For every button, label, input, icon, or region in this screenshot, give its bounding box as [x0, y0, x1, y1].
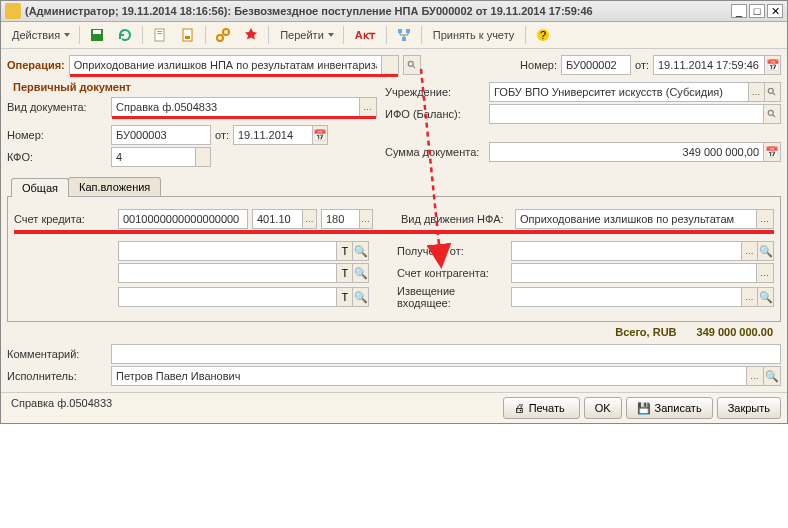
t-icon-1[interactable]: T	[336, 242, 352, 260]
executor-lookup-icon[interactable]: 🔍	[763, 367, 780, 385]
doc-type-more-icon[interactable]: …	[359, 98, 376, 116]
calendar-icon[interactable]: 📅	[764, 56, 780, 74]
close-button-bottom[interactable]: Закрыть	[717, 397, 781, 419]
prim-number-field[interactable]	[111, 125, 211, 145]
credit-code-field[interactable]	[118, 209, 248, 229]
prim-date-field[interactable]: 📅	[233, 125, 328, 145]
svg-rect-1	[93, 30, 101, 34]
actions-menu[interactable]: Действия	[5, 24, 75, 46]
ifo-lookup-icon[interactable]	[763, 105, 780, 123]
received-lookup-icon[interactable]: 🔍	[757, 242, 773, 260]
executor-more-icon[interactable]: …	[746, 367, 763, 385]
goto-menu[interactable]: Перейти	[273, 24, 339, 46]
credit-sub-more-icon[interactable]: …	[359, 210, 372, 228]
tab-general[interactable]: Общая	[11, 178, 69, 197]
minimize-button[interactable]: _	[731, 4, 747, 18]
tool-refresh-icon[interactable]	[112, 24, 138, 46]
sum-input[interactable]	[490, 146, 763, 158]
tool-help-icon[interactable]: ?	[530, 24, 556, 46]
tool-doc1-icon[interactable]	[147, 24, 173, 46]
extra-input-2[interactable]	[119, 267, 336, 279]
prim-date-input[interactable]	[234, 129, 312, 141]
extra-field-1[interactable]: T🔍	[118, 241, 369, 261]
received-input[interactable]	[512, 245, 741, 257]
t-icon-3[interactable]: T	[336, 288, 352, 306]
tool-doc2-icon[interactable]	[175, 24, 201, 46]
executor-input[interactable]	[112, 370, 746, 382]
counter-field[interactable]: …	[511, 263, 774, 283]
doc-type-input[interactable]	[112, 101, 359, 113]
received-more-icon[interactable]: …	[741, 242, 757, 260]
notice-field[interactable]: …🔍	[511, 287, 774, 307]
operation-label: Операция:	[7, 59, 65, 71]
print-button[interactable]: 🖨Печать	[503, 397, 580, 419]
akt-button[interactable]: Аᴋᴛ	[348, 24, 382, 46]
prim-number-input[interactable]	[112, 129, 210, 141]
tool-save-icon[interactable]	[84, 24, 110, 46]
extra-field-3[interactable]: T🔍	[118, 287, 369, 307]
operation-field[interactable]	[69, 55, 399, 75]
credit-acc-more-icon[interactable]: …	[302, 210, 316, 228]
credit-sub-input[interactable]	[322, 213, 359, 225]
prim-calendar-icon[interactable]: 📅	[312, 126, 327, 144]
credit-acc-input[interactable]	[253, 213, 302, 225]
svg-rect-9	[398, 29, 402, 33]
doc-number-field[interactable]	[561, 55, 631, 75]
extra2-lookup-icon[interactable]: 🔍	[352, 264, 368, 282]
org-input[interactable]	[490, 86, 748, 98]
credit-sub-field[interactable]: …	[321, 209, 373, 229]
kfo-dropdown-icon[interactable]	[195, 148, 210, 166]
t-icon-2[interactable]: T	[336, 264, 352, 282]
doc-number-input[interactable]	[562, 59, 630, 71]
org-field[interactable]: …	[489, 82, 781, 102]
operation-lookup-icon[interactable]	[403, 55, 421, 75]
credit-acc-field[interactable]: …	[252, 209, 317, 229]
extra-input-1[interactable]	[119, 245, 336, 257]
comment-field[interactable]	[111, 344, 781, 364]
extra1-lookup-icon[interactable]: 🔍	[352, 242, 368, 260]
tool-link-icon[interactable]	[210, 24, 236, 46]
extra-field-2[interactable]: T🔍	[118, 263, 369, 283]
operation-input[interactable]	[70, 59, 381, 71]
nfa-more-icon[interactable]: …	[756, 210, 773, 228]
notice-more-icon[interactable]: …	[741, 288, 757, 306]
extra-input-3[interactable]	[119, 291, 336, 303]
tab-capital[interactable]: Кап.вложения	[68, 177, 161, 196]
maximize-button[interactable]: □	[749, 4, 765, 18]
save-button[interactable]: 💾Записать	[626, 397, 713, 419]
org-lookup-icon[interactable]	[764, 83, 780, 101]
ifo-input[interactable]	[490, 108, 763, 120]
svg-text:?: ?	[540, 29, 546, 41]
counter-input[interactable]	[512, 267, 756, 279]
notice-lookup-icon[interactable]: 🔍	[757, 288, 773, 306]
kfo-input[interactable]	[112, 151, 195, 163]
executor-field[interactable]: …🔍	[111, 366, 781, 386]
accept-button[interactable]: Принять к учету	[426, 24, 522, 46]
tool-star-icon[interactable]	[238, 24, 264, 46]
nfa-input[interactable]	[516, 213, 756, 225]
ok-button[interactable]: OK	[584, 397, 622, 419]
comment-input[interactable]	[112, 348, 780, 360]
operation-dropdown-icon[interactable]	[381, 56, 398, 74]
notice-input[interactable]	[512, 291, 741, 303]
credit-label: Счет кредита:	[14, 213, 114, 225]
prim-number-label: Номер:	[7, 129, 107, 141]
tool-tree-icon[interactable]	[391, 24, 417, 46]
kfo-field[interactable]	[111, 147, 211, 167]
svg-point-8	[223, 29, 229, 35]
doc-date-field[interactable]: 📅	[653, 55, 781, 75]
received-field[interactable]: …🔍	[511, 241, 774, 261]
extra3-lookup-icon[interactable]: 🔍	[352, 288, 368, 306]
doc-type-field[interactable]: …	[111, 97, 377, 117]
tab-panel: Счет кредита: … … Вид движения НФА: … T🔍…	[7, 197, 781, 322]
close-button[interactable]: ✕	[767, 4, 783, 18]
ifo-field[interactable]	[489, 104, 781, 124]
credit-code-input[interactable]	[119, 213, 247, 225]
nfa-field[interactable]: …	[515, 209, 774, 229]
doc-date-input[interactable]	[654, 59, 764, 71]
sum-field[interactable]: 📅	[489, 142, 781, 162]
svg-point-14	[408, 61, 413, 66]
sum-calc-icon[interactable]: 📅	[763, 143, 780, 161]
org-more-icon[interactable]: …	[748, 83, 764, 101]
counter-more-icon[interactable]: …	[756, 264, 773, 282]
